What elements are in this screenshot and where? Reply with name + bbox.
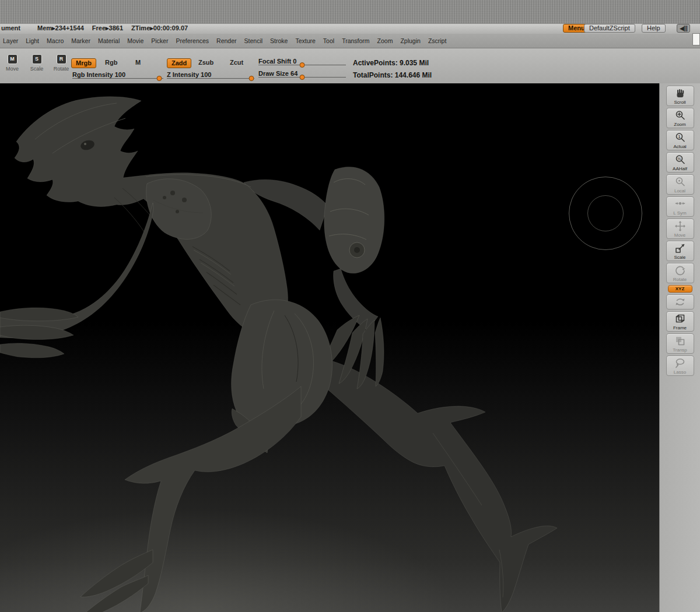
menu-item-zoom[interactable]: Zoom	[377, 37, 393, 44]
menu-item-material[interactable]: Material	[98, 37, 120, 44]
shelf-button-orbit[interactable]	[666, 294, 694, 309]
help-button[interactable]: Help	[642, 24, 666, 33]
menu-item-texture[interactable]: Texture	[295, 37, 315, 44]
shelf-button-scroll[interactable]: Scroll	[666, 86, 694, 106]
shelf-label-xyz: XYZ	[676, 286, 685, 291]
shelf-button-transp[interactable]: Transp	[666, 333, 694, 354]
rotate-arrow-icon	[674, 265, 687, 276]
scale-tool-label: Scale	[30, 66, 44, 72]
zsub-button[interactable]: Zsub	[196, 58, 216, 67]
menu-item-marker[interactable]: Marker	[71, 37, 90, 44]
default-zscript-button[interactable]: DefaultZScript	[584, 24, 635, 33]
aahalf-magnifier-icon: ½	[674, 154, 687, 166]
shelf-label-actual: Actual	[673, 144, 686, 149]
menu-item-light[interactable]: Light	[26, 37, 39, 44]
shelf-button-lasso[interactable]: Lasso	[666, 356, 694, 376]
draw-size-value: 64	[290, 70, 298, 77]
draw-size-label: Draw Size	[258, 70, 289, 77]
shelf-button-actual[interactable]: 1 Actual	[666, 130, 694, 150]
z-intensity-handle[interactable]	[249, 76, 254, 81]
shelf-label-zoom: Zoom	[674, 122, 685, 127]
shelf-button-zoom[interactable]: Zoom	[666, 108, 694, 128]
shelf-button-rotate[interactable]: Rotate	[666, 263, 694, 283]
draw-size-handle[interactable]	[300, 75, 305, 80]
menu-item-stencil[interactable]: Stencil	[244, 37, 263, 44]
menu-bar: Layer Light Macro Marker Material Movie …	[0, 34, 700, 48]
menu-item-zscript[interactable]: Zscript	[428, 37, 447, 44]
document-canvas[interactable]	[0, 83, 659, 612]
symmetry-icon	[674, 198, 687, 210]
shelf-label-lasso: Lasso	[674, 370, 686, 375]
right-shelf: Scroll Zoom 1 Actual ½ AAHalf	[659, 83, 700, 612]
shelf-button-local[interactable]: Local	[666, 174, 694, 195]
menu-item-macro[interactable]: Macro	[47, 37, 64, 44]
focal-shift-value: 0	[293, 58, 296, 65]
brush-cursor-circles	[569, 177, 642, 250]
shelf-button-scale[interactable]: Scale	[666, 241, 694, 261]
shelf-label-scroll: Scroll	[674, 100, 685, 105]
move-arrows-icon	[674, 220, 687, 232]
menu-item-preferences[interactable]: Preferences	[176, 37, 209, 44]
m-button[interactable]: M	[133, 58, 143, 67]
focal-shift-label: Focal Shift	[258, 58, 291, 65]
menu-item-zplugin[interactable]: Zplugin	[400, 37, 420, 44]
menu-item-movie[interactable]: Movie	[127, 37, 144, 44]
zcut-button[interactable]: Zcut	[228, 58, 246, 67]
free-stat: Free▸3861	[92, 24, 123, 32]
svg-text:1: 1	[678, 135, 680, 139]
rgb-button[interactable]: Rgb	[103, 58, 120, 67]
shelf-label-aahalf: AAHalf	[673, 166, 687, 171]
brush-cursor-inner-circle	[587, 195, 624, 231]
shelf-button-xyz[interactable]: XYZ	[668, 285, 692, 293]
move-tool-icon: M	[8, 54, 18, 64]
focal-shift-slider[interactable]: Focal Shift 0	[258, 55, 346, 65]
shelf-button-aahalf[interactable]: ½ AAHalf	[666, 152, 694, 173]
z-intensity-slider[interactable]: Z Intensity 100	[167, 69, 254, 79]
move-tool-label: Move	[6, 66, 19, 72]
svg-text:½: ½	[677, 157, 681, 161]
mem-stat: Mem▸234+1544	[37, 24, 84, 32]
move-tool-button[interactable]: M Move	[1, 54, 23, 72]
top-shelf: M Move S Scale R Rotate Mrgb Rgb M Rgb I…	[0, 48, 700, 84]
lasso-icon	[674, 357, 687, 369]
shelf-label-frame: Frame	[673, 325, 687, 330]
zbrush-window: ument Mem▸234+1544 Free▸3861 ZTime▸00:00…	[0, 0, 700, 612]
rgb-intensity-value: 100	[115, 71, 125, 78]
shelf-label-rotate: Rotate	[673, 277, 687, 282]
zadd-button[interactable]: Zadd	[167, 58, 191, 68]
shelf-button-frame[interactable]: Frame	[666, 311, 694, 332]
local-magnifier-icon	[674, 176, 687, 188]
active-points-stat: ActivePoints: 9.035 Mil	[353, 59, 429, 67]
rotate-tool-label: Rotate	[54, 66, 69, 72]
focal-shift-handle[interactable]	[300, 62, 305, 68]
rgb-intensity-label: Rgb Intensity	[72, 71, 113, 78]
corner-widget[interactable]	[692, 33, 700, 45]
ui-texture-band	[0, 0, 700, 23]
ztime-stat: ZTime▸00:00:09.07	[131, 24, 188, 32]
title-bar: ument Mem▸234+1544 Free▸3861 ZTime▸00:00…	[0, 23, 700, 34]
total-points-stat: TotalPoints: 144.646 Mil	[353, 71, 432, 79]
window-controls-icon[interactable]: ◀||||	[677, 24, 690, 33]
shelf-button-lsym[interactable]: L Sym	[666, 196, 694, 217]
scale-tool-button[interactable]: S Scale	[26, 54, 48, 72]
mrgb-button[interactable]: Mrgb	[71, 58, 96, 68]
menu-item-picker[interactable]: Picker	[151, 37, 168, 44]
draw-size-slider[interactable]: Draw Size 64	[258, 68, 346, 78]
document-title: ument	[1, 24, 20, 31]
shelf-button-move[interactable]: Move	[666, 219, 694, 239]
rotate-tool-icon: R	[57, 54, 66, 64]
sculpt-model[interactable]	[0, 83, 659, 612]
frame-cube-icon	[674, 313, 687, 325]
menu-item-render[interactable]: Render	[216, 37, 236, 44]
hand-icon	[674, 87, 687, 99]
rotate-tool-button[interactable]: R Rotate	[50, 54, 72, 72]
menu-item-stroke[interactable]: Stroke	[270, 37, 288, 44]
menu-item-layer[interactable]: Layer	[3, 37, 18, 44]
actual-size-magnifier-icon: 1	[674, 132, 687, 143]
rgb-intensity-handle[interactable]	[157, 76, 162, 81]
memory-stats: Mem▸234+1544 Free▸3861 ZTime▸00:00:09.07	[37, 24, 188, 32]
menu-item-tool[interactable]: Tool	[323, 37, 334, 44]
menu-item-transform[interactable]: Transform	[342, 37, 369, 44]
scale-tool-icon: S	[32, 54, 42, 64]
rgb-intensity-slider[interactable]: Rgb Intensity 100	[72, 69, 163, 79]
